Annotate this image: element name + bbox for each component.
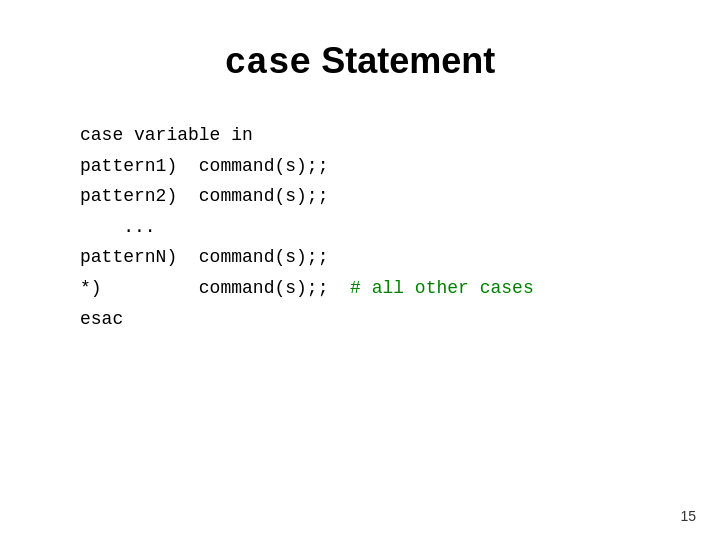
code-text-2: pattern1) command(s);; [80, 151, 328, 182]
slide-title: case Statement [60, 40, 660, 84]
code-line-6: *) command(s);; # all other cases [80, 273, 660, 304]
code-line-2: pattern1) command(s);; [80, 151, 660, 182]
code-line-5: patternN) command(s);; [80, 242, 660, 273]
slide: case Statement case variable in pattern1… [0, 0, 720, 540]
code-comment-6: # all other cases [350, 273, 534, 304]
code-line-4: ... [80, 212, 660, 243]
code-text-6a: *) command(s);; [80, 273, 350, 304]
code-line-1: case variable in [80, 120, 660, 151]
code-text-4: ... [80, 212, 156, 243]
code-line-7: esac [80, 304, 660, 335]
code-text-5: patternN) command(s);; [80, 242, 328, 273]
code-line-3: pattern2) command(s);; [80, 181, 660, 212]
page-number: 15 [680, 508, 696, 524]
code-text-7: esac [80, 304, 123, 335]
code-text-3: pattern2) command(s);; [80, 181, 328, 212]
title-code-word: case [225, 43, 311, 84]
title-normal-word: Statement [311, 40, 495, 81]
code-text-1: case variable in [80, 120, 253, 151]
code-block: case variable in pattern1) command(s);; … [80, 120, 660, 334]
